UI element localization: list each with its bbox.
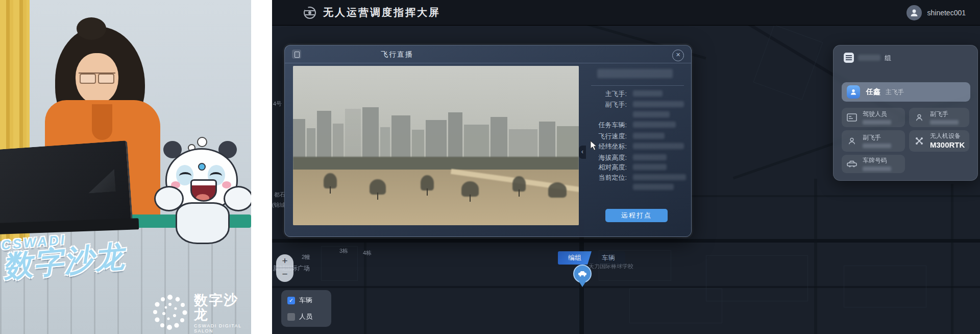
member-avatar-icon [847,85,860,99]
map-block [844,266,926,307]
check-icon: ✓ [289,297,293,304]
field-label-relative: 相对高度: [587,163,627,172]
layer-toggle-panel: ✓ 车辆 人员 [281,290,331,327]
person-icon [910,8,919,17]
map-label: 3栋 [339,247,348,255]
presenter-camera-feed: CSWADI 数字沙龙 数字沙龙 CSWADI DIGITAL SALON 四川… [0,0,251,334]
redacted-value [863,166,891,171]
redacted-group-name [858,55,880,61]
vehicle-map-pin[interactable] [573,265,591,288]
redacted-value [633,164,667,170]
dispatch-dashboard: 4号 都石 (锦城 2幢 新城国际广场 3栋 4栋 天力国际棒球学校 无人运营调… [272,0,980,334]
map-label: 2幢 [302,253,310,261]
tab-group[interactable]: 编组 [558,251,592,265]
mascot-body [176,202,230,244]
member-name: 任鑫 [866,87,880,97]
flight-live-modal: 飞行直播 ✕ [284,45,692,237]
layer-toggle-vehicle[interactable]: ✓ 车辆 [287,296,312,304]
card-plate[interactable]: 车牌号码 [842,155,905,173]
redacted-value [633,133,665,139]
dotted-spiral-logo [151,293,189,333]
group-icon [844,53,854,63]
redacted-value [863,144,891,148]
checkbox-checked[interactable]: ✓ [287,297,295,304]
redacted-value [633,90,663,97]
member-role: 主飞手 [886,88,904,97]
checkbox-unchecked[interactable] [287,313,295,321]
presenter-glasses [79,73,115,84]
map-road [951,184,953,334]
id-card-icon [846,111,858,124]
map-mode-tabs: 编组 车辆 [558,251,625,265]
field-label-altitude: 海拔高度: [587,153,627,162]
user-avatar[interactable] [906,5,922,20]
field-label-speed: 飞行速度: [587,132,627,141]
group-title: 组 [885,54,891,63]
map-zoom-control: + − [276,254,293,282]
map-block [706,255,808,301]
modal-title: 飞行直播 [381,50,413,59]
field-label-copilot: 副飞手: [587,100,627,109]
card-copilot-2[interactable]: 副飞手 [842,130,905,152]
redacted-mission-title [597,69,673,78]
layer-toggle-person[interactable]: 人员 [287,313,312,321]
video-doc-icon [292,50,301,59]
zoom-in-button[interactable]: + [276,254,293,268]
map-label: 4号 [273,100,282,108]
presenter-hair [77,17,106,40]
card-drone-device[interactable]: 无人机设备M300RTK [909,130,969,152]
drone-model: M300RTK [930,140,965,150]
mouse-cursor [590,140,598,151]
mascot-forehead-dot [198,163,206,171]
card-label: 无人机设备 [930,132,965,140]
redacted-value [633,154,667,160]
redacted-value [863,120,891,125]
map-block [753,25,823,100]
map-label: 都石 [274,191,285,199]
card-label: 副飞手 [930,110,959,118]
modal-header: 飞行直播 ✕ [285,45,691,63]
brand-subtitle: CSWADI DIGITAL SALON [194,323,251,333]
brand-lockup: 数字沙龙 CSWADI DIGITAL SALON 四川省数字化转型促进中心 传… [151,293,251,334]
tree [548,182,567,198]
collapse-panel-icon[interactable]: ‹ [579,146,586,159]
redacted-value [633,101,684,107]
redacted-value [633,122,676,128]
redacted-value [930,120,959,125]
card-label: 副飞手 [863,134,891,142]
divider [591,85,684,86]
map-road [690,195,980,197]
team-group-panel: 组 任鑫 主飞手 驾驶人员 副飞手 副飞手 [833,45,978,181]
car-icon [846,158,858,170]
username[interactable]: shinetec001 [927,9,966,17]
top-bar: 无人运营调度指挥大屏 shinetec001 [272,0,980,25]
drone-live-video[interactable] [293,66,579,225]
redacted-value [633,111,670,117]
person-icon [913,111,925,124]
map-label: (锦城 [272,201,285,209]
layer-label: 人员 [299,312,312,321]
map-label: 4栋 [363,249,372,257]
card-copilot-1[interactable]: 副飞手 [909,108,969,127]
tree-line [293,157,579,171]
field-label-vehicle: 任务车辆: [587,121,627,130]
remote-mark-button[interactable]: 远程打点 [605,209,668,222]
card-label: 车牌号码 [863,157,891,165]
person-icon [846,135,858,147]
page-title: 无人运营调度指挥大屏 [323,6,440,19]
redacted-value [633,174,686,180]
redacted-value [633,184,674,190]
card-label: 驾驶人员 [863,110,891,118]
close-icon[interactable]: ✕ [672,50,684,61]
city-skyline [293,104,579,161]
tab-vehicle[interactable]: 车辆 [592,251,625,265]
zoom-out-button[interactable]: − [276,268,293,280]
mascot-cheek [222,181,231,188]
member-row[interactable]: 任鑫 主飞手 [842,82,970,102]
brand-title: 数字沙龙 [194,293,251,322]
mascot-arm [224,186,251,211]
redacted-value [633,143,684,149]
card-driver[interactable]: 驾驶人员 [842,108,905,127]
app-logo-icon [303,6,317,20]
mascot-mouth [190,179,217,202]
